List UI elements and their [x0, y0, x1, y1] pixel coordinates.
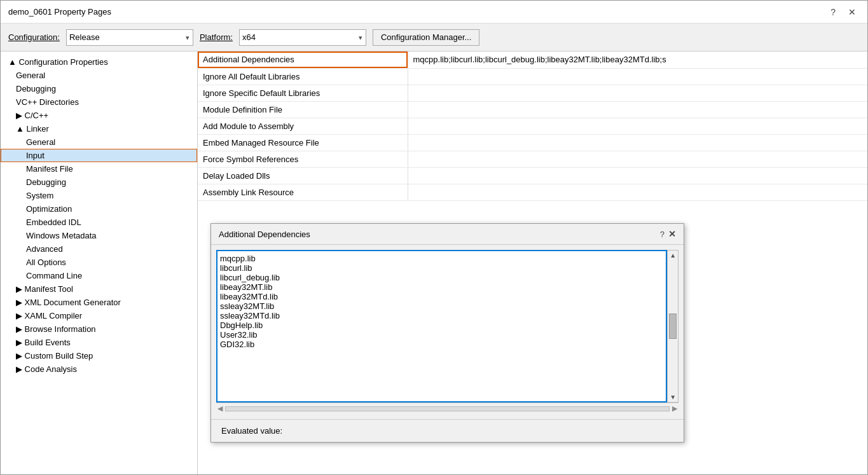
prop-label-force-symbol: Force Symbol References: [198, 151, 408, 167]
h-scroll-track[interactable]: [225, 406, 670, 411]
sidebar-item-system[interactable]: System: [1, 189, 197, 202]
prop-value-force-symbol: [408, 151, 867, 167]
table-row[interactable]: Assembly Link Resource: [198, 184, 867, 200]
prop-value-assembly-link: [408, 184, 867, 200]
modal-title: Additional Dependencies: [219, 230, 310, 239]
prop-label-ignore-specific: Ignore Specific Default Libraries: [198, 85, 408, 101]
sidebar-item-windows-metadata[interactable]: Windows Metadata: [1, 229, 197, 242]
textarea-wrapper: mqcpp.lib libcurl.lib libcurl_debug.lib …: [216, 250, 679, 403]
h-scroll-left-arrow[interactable]: ◀: [217, 404, 223, 413]
prop-value-ignore-all: [408, 68, 867, 85]
sidebar-item-xml-doc-gen[interactable]: ▶ XML Document Generator: [1, 296, 197, 309]
sidebar-item-vc-directories[interactable]: VC++ Directories: [1, 95, 197, 109]
sidebar-item-code-analysis[interactable]: ▶ Code Analysis: [1, 362, 197, 376]
sidebar-item-embedded-idl[interactable]: Embedded IDL: [1, 216, 197, 229]
h-scroll-right-arrow[interactable]: ▶: [672, 404, 677, 413]
sidebar-item-custom-build-step[interactable]: ▶ Custom Build Step: [1, 349, 197, 362]
modal-footer: Evaluated value:: [211, 419, 684, 442]
prop-label-assembly-link: Assembly Link Resource: [198, 184, 408, 200]
sidebar-item-linker-input[interactable]: Input: [1, 149, 197, 162]
sidebar-item-command-line[interactable]: Command Line: [1, 269, 197, 282]
config-label: Configuration:: [8, 32, 60, 42]
table-row[interactable]: Embed Managed Resource File: [198, 134, 867, 151]
table-row[interactable]: Add Module to Assembly: [198, 118, 867, 134]
sidebar-item-all-options[interactable]: All Options: [1, 256, 197, 269]
config-select-wrapper[interactable]: Release: [66, 29, 193, 46]
property-table: Additional Dependencies mqcpp.lib;libcur…: [198, 52, 867, 201]
prop-label-ignore-all: Ignore All Default Libraries: [198, 68, 408, 85]
table-row[interactable]: Additional Dependencies mqcpp.lib;libcur…: [198, 52, 867, 68]
platform-select[interactable]: x64: [239, 29, 366, 46]
modal-help-button[interactable]: ?: [660, 230, 665, 239]
sidebar-item-advanced[interactable]: Advanced: [1, 242, 197, 256]
sidebar-item-linker-general[interactable]: General: [1, 135, 197, 149]
prop-value-module-def: [408, 101, 867, 118]
window-title: demo_0601 Property Pages: [8, 7, 111, 17]
prop-value-delay-loaded: [408, 167, 867, 184]
prop-label-module-def: Module Definition File: [198, 101, 408, 118]
prop-value-ignore-specific: [408, 85, 867, 101]
config-manager-button[interactable]: Configuration Manager...: [373, 29, 479, 46]
sidebar-item-config-properties[interactable]: ▲ Configuration Properties: [1, 55, 197, 69]
modal-header-buttons: ? ✕: [660, 229, 676, 239]
dependencies-textarea[interactable]: mqcpp.lib libcurl.lib libcurl_debug.lib …: [216, 250, 667, 403]
vertical-scrollbar[interactable]: ▲ ▼: [667, 250, 679, 403]
scroll-thumb[interactable]: [669, 313, 677, 339]
sidebar-item-manifest-file[interactable]: Manifest File: [1, 162, 197, 176]
additional-deps-dialog: Additional Dependencies ? ✕ mqcpp.lib li…: [210, 223, 684, 443]
modal-body: mqcpp.lib libcurl.lib libcurl_debug.lib …: [211, 245, 684, 419]
sidebar-item-debugging[interactable]: Debugging: [1, 82, 197, 95]
help-button[interactable]: ?: [827, 6, 839, 18]
table-row[interactable]: Force Symbol References: [198, 151, 867, 167]
prop-label-additional-deps: Additional Dependencies: [198, 52, 408, 68]
sidebar-item-optimization[interactable]: Optimization: [1, 202, 197, 216]
prop-label-delay-loaded: Delay Loaded Dlls: [198, 167, 408, 184]
table-row[interactable]: Module Definition File: [198, 101, 867, 118]
prop-value-add-module: [408, 118, 867, 134]
sidebar-item-manifest-tool[interactable]: ▶ Manifest Tool: [1, 282, 197, 296]
sidebar: ▲ Configuration Properties General Debug…: [1, 52, 198, 474]
modal-header: Additional Dependencies ? ✕: [211, 224, 684, 245]
sidebar-item-cpp[interactable]: ▶ C/C++: [1, 109, 197, 122]
config-bar: Configuration: Release Platform: x64 Con…: [1, 24, 867, 52]
platform-select-wrapper[interactable]: x64: [239, 29, 366, 46]
modal-close-button[interactable]: ✕: [668, 229, 676, 239]
content-area: Additional Dependencies mqcpp.lib;libcur…: [198, 52, 867, 474]
sidebar-item-linker[interactable]: ▲ Linker: [1, 122, 197, 135]
platform-label: Platform:: [200, 32, 233, 42]
scroll-up-arrow[interactable]: ▲: [670, 252, 676, 259]
prop-label-add-module: Add Module to Assembly: [198, 118, 408, 134]
sidebar-item-linker-debugging[interactable]: Debugging: [1, 176, 197, 189]
prop-value-additional-deps: mqcpp.lib;libcurl.lib;libcurl_debug.lib;…: [408, 52, 867, 68]
table-row[interactable]: Ignore Specific Default Libraries: [198, 85, 867, 101]
sidebar-item-general[interactable]: General: [1, 69, 197, 82]
scroll-down-arrow[interactable]: ▼: [670, 394, 676, 401]
horizontal-scroll: ◀ ▶: [216, 403, 679, 414]
close-button[interactable]: ✕: [844, 6, 860, 18]
main-window: demo_0601 Property Pages ? ✕ Configurati…: [0, 0, 868, 475]
title-bar-controls: ? ✕: [827, 6, 860, 18]
prop-label-embed-managed: Embed Managed Resource File: [198, 134, 408, 151]
config-select[interactable]: Release: [66, 29, 193, 46]
table-row[interactable]: Delay Loaded Dlls: [198, 167, 867, 184]
sidebar-item-xaml-compiler[interactable]: ▶ XAML Compiler: [1, 309, 197, 322]
main-area: ▲ Configuration Properties General Debug…: [1, 52, 867, 474]
sidebar-item-browse-information[interactable]: ▶ Browse Information: [1, 322, 197, 336]
evaluated-value-label: Evaluated value:: [216, 423, 287, 438]
table-row[interactable]: Ignore All Default Libraries: [198, 68, 867, 85]
prop-value-embed-managed: [408, 134, 867, 151]
title-bar: demo_0601 Property Pages ? ✕: [1, 1, 867, 24]
sidebar-item-build-events[interactable]: ▶ Build Events: [1, 336, 197, 349]
